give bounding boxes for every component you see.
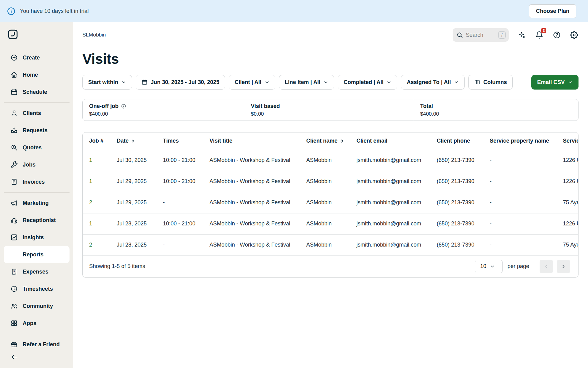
- job-number-link[interactable]: 1: [89, 178, 92, 184]
- sidebar-divider: [4, 192, 70, 193]
- job-number-cell: 1: [83, 171, 117, 192]
- job-number-cell: 1: [83, 213, 117, 234]
- client-email-cell: jsmith.mobbin@gmail.com: [356, 150, 437, 171]
- choose-plan-button[interactable]: Choose Plan: [529, 4, 576, 18]
- header-date[interactable]: Date: [117, 132, 163, 150]
- help-icon[interactable]: [552, 31, 561, 39]
- columns-button[interactable]: Columns: [468, 75, 513, 90]
- header-client-name[interactable]: Client name: [306, 132, 356, 150]
- sidebar-item-expenses[interactable]: $ Expenses: [4, 263, 70, 280]
- job-number-link[interactable]: 2: [89, 242, 92, 248]
- sidebar-item-marketing[interactable]: Marketing: [4, 194, 70, 212]
- chevron-down-icon: [323, 80, 328, 85]
- times-cell: -: [163, 192, 209, 213]
- client-name-cell: ASMobbin: [306, 213, 356, 234]
- chevron-down-icon: [490, 264, 495, 269]
- client-email-cell: jsmith.mobbin@gmail.com: [356, 171, 437, 192]
- service-address-cell: 75 Aye: [563, 192, 578, 213]
- table-row: 1 Jul 30, 2025 10:00 - 21:00 ASMobbin - …: [83, 150, 578, 171]
- breadcrumb[interactable]: SLMobbin: [82, 32, 106, 38]
- job-number-link[interactable]: 2: [89, 199, 92, 205]
- sort-icon[interactable]: [131, 139, 135, 143]
- summary-visit-based: Visit based $0.00: [251, 103, 414, 117]
- trial-message: You have 10 days left in trial: [20, 8, 89, 14]
- sidebar-item-reports[interactable]: Reports: [4, 246, 70, 263]
- calendar-icon: [10, 88, 18, 96]
- chevron-right-icon: [561, 264, 566, 269]
- visit-title-cell: ASMobbin - Workshop & Festival: [209, 192, 306, 213]
- table-header-row: Job # Date Times Visit title: [83, 132, 578, 150]
- sidebar-item-refer-a-friend[interactable]: Refer a Friend: [4, 336, 70, 353]
- service-property-cell: -: [490, 171, 563, 192]
- header-client-phone: Client phone: [437, 132, 490, 150]
- sidebar-item-insights[interactable]: Insights: [4, 229, 70, 246]
- app-logo[interactable]: [7, 29, 18, 40]
- info-icon: [7, 7, 16, 16]
- megaphone-icon: [10, 199, 18, 207]
- svg-text:$: $: [13, 146, 14, 148]
- sidebar-item-invoices[interactable]: Invoices: [4, 173, 70, 190]
- headset-icon: [10, 217, 18, 224]
- date-range-filter[interactable]: Jun 30, 2025 - Jul 30, 2025: [136, 75, 225, 90]
- line-item-filter[interactable]: Line Item | All: [279, 75, 334, 90]
- date-cell: Jul 30, 2025: [117, 150, 163, 171]
- sidebar-item-schedule[interactable]: Schedule: [4, 83, 70, 101]
- sidebar-divider: [4, 334, 70, 334]
- sidebar-item-receptionist[interactable]: Receptionist: [4, 212, 70, 229]
- visit-title-cell: ASMobbin - Workshop & Festival: [209, 213, 306, 234]
- sidebar-item-community[interactable]: Community: [4, 297, 70, 315]
- sidebar-divider: [4, 102, 70, 103]
- sidebar-item-jobs[interactable]: Jobs: [4, 156, 70, 173]
- job-number-link[interactable]: 1: [89, 157, 92, 163]
- job-number-link[interactable]: 1: [89, 220, 92, 227]
- start-within-filter[interactable]: Start within: [82, 75, 132, 90]
- people-icon: [10, 302, 18, 310]
- date-cell: Jul 29, 2025: [117, 171, 163, 192]
- assigned-to-filter[interactable]: Assigned To | All: [401, 75, 465, 90]
- sidebar-item-requests[interactable]: Requests: [4, 122, 70, 139]
- per-page-select[interactable]: 10: [475, 260, 503, 273]
- visit-title-cell: ASMobbin - Workshop & Festival: [209, 171, 306, 192]
- settings-gear-icon[interactable]: [570, 31, 579, 39]
- summary-one-off-job: One-off job $400.00: [83, 103, 251, 117]
- sparkles-icon[interactable]: [518, 31, 526, 39]
- calendar-icon: [141, 79, 148, 85]
- sort-icon[interactable]: [340, 139, 344, 143]
- sidebar-item-quotes[interactable]: $ Quotes: [4, 139, 70, 156]
- header-client-email: Client email: [356, 132, 437, 150]
- table-row: 2 Jul 29, 2025 - ASMobbin - Workshop & F…: [83, 192, 578, 213]
- home-icon: [10, 71, 18, 79]
- pagination-bar: Showing 1-5 of 5 items 10 per page: [83, 256, 578, 277]
- next-page-button[interactable]: [557, 260, 570, 273]
- sidebar-item-apps[interactable]: Apps: [4, 315, 70, 332]
- sidebar-item-timesheets[interactable]: Timesheets: [4, 280, 70, 297]
- sidebar-item-clients[interactable]: Clients: [4, 105, 70, 122]
- client-filter[interactable]: Client | All: [229, 75, 275, 90]
- showing-items-text: Showing 1-5 of 5 items: [89, 263, 145, 270]
- sidebar-item-create[interactable]: Create: [4, 49, 70, 66]
- email-csv-button[interactable]: Email CSV: [531, 75, 579, 90]
- collapse-sidebar-button[interactable]: [0, 353, 73, 368]
- client-phone-cell: (650) 213-7390: [437, 213, 490, 234]
- info-icon[interactable]: [121, 104, 126, 109]
- sidebar-item-home[interactable]: Home: [4, 66, 70, 83]
- table-scroll-area[interactable]: Job # Date Times Visit title: [83, 132, 578, 256]
- client-name-cell: ASMobbin: [306, 192, 356, 213]
- receipt-icon: $: [10, 268, 18, 275]
- client-email-cell: jsmith.mobbin@gmail.com: [356, 192, 437, 213]
- chart-icon: [10, 234, 18, 241]
- times-cell: 10:00 - 21:00: [163, 171, 209, 192]
- search-input[interactable]: Search /: [453, 28, 509, 42]
- previous-page-button[interactable]: [540, 260, 553, 273]
- notifications-bell-icon[interactable]: 3: [535, 31, 544, 39]
- clock-icon: [10, 285, 18, 293]
- trial-banner: You have 10 days left in trial Choose Pl…: [0, 0, 588, 22]
- service-property-cell: -: [490, 213, 563, 234]
- search-shortcut-hint: /: [498, 31, 506, 39]
- job-number-cell: 1: [83, 150, 117, 171]
- completed-filter[interactable]: Completed | All: [338, 75, 397, 90]
- date-cell: Jul 29, 2025: [117, 192, 163, 213]
- summary-total: Total $400.00: [414, 103, 439, 117]
- per-page-label: per page: [507, 263, 529, 270]
- client-phone-cell: (650) 213-7390: [437, 234, 490, 255]
